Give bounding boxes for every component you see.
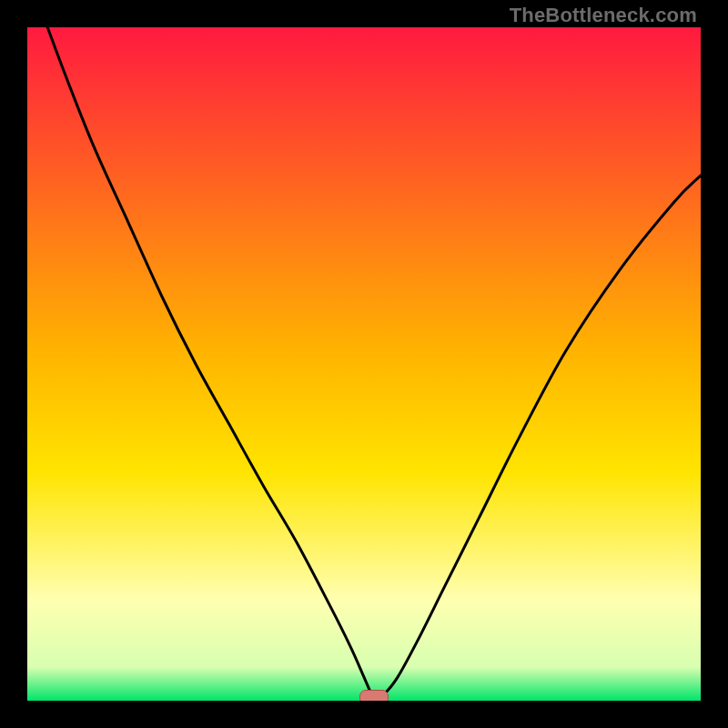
bottleneck-curve — [27, 27, 701, 701]
optimal-marker — [359, 690, 389, 701]
watermark-text: TheBottleneck.com — [510, 4, 697, 27]
plot-area — [27, 27, 701, 701]
chart-frame: TheBottleneck.com — [0, 0, 728, 728]
